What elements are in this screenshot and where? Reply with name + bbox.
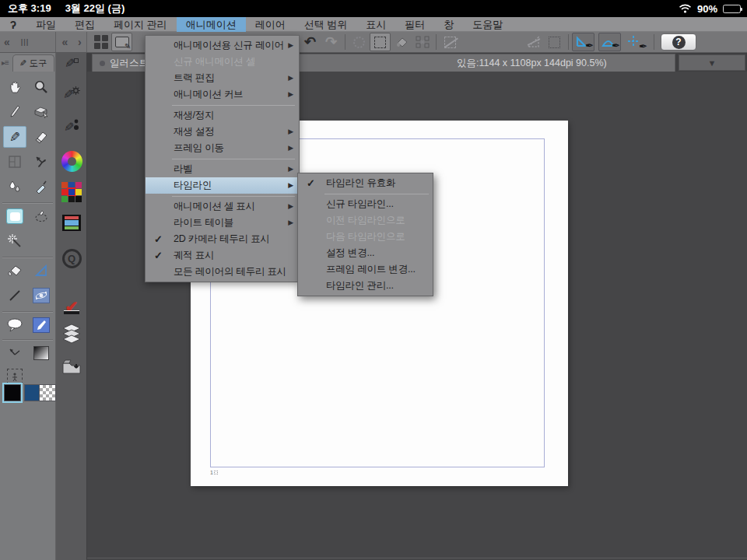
grid-icon — [94, 35, 108, 49]
undo-button[interactable]: ↶ — [300, 33, 321, 51]
menu-view[interactable]: 표시 — [356, 17, 395, 32]
menu-item-show-animation-cel[interactable]: 애니메이션 셀 표시▶ — [146, 198, 299, 215]
line-icon — [7, 288, 23, 303]
menu-item-playback-settings[interactable]: 재생 설정▶ — [146, 124, 299, 140]
tool-line-correction[interactable] — [3, 342, 26, 364]
transform-button[interactable] — [412, 33, 433, 51]
menu-filter[interactable]: 필터 — [395, 17, 434, 32]
menu-item-light-table[interactable]: 라이트 테이블▶ — [146, 215, 299, 231]
dock-tool-property[interactable]: ✎ — [56, 87, 87, 102]
submenu-arrow-icon: ▶ — [288, 70, 293, 86]
tool-eraser[interactable] — [30, 126, 53, 148]
decoration-icon — [33, 288, 50, 303]
dock-timeline-palette[interactable] — [56, 215, 87, 231]
menu-page-manage[interactable]: 페이지 관리 — [104, 17, 177, 32]
tool-fill-bucket[interactable] — [3, 260, 26, 282]
dock-quick-access[interactable]: Q — [56, 249, 87, 268]
tool-lasso[interactable] — [30, 205, 53, 227]
crop-button[interactable] — [523, 33, 544, 51]
menu-layer[interactable]: 레이어 — [246, 17, 295, 32]
help-button[interactable]: ? — [661, 33, 696, 51]
menu-item-go-to-frame[interactable]: 프레임 이동▶ — [146, 140, 299, 156]
dock-material-folder[interactable] — [56, 358, 87, 375]
menu-item-animation-curve[interactable]: 애니메이션 커브▶ — [146, 86, 299, 103]
tool-pan-hand[interactable] — [3, 76, 26, 98]
dock-color-set[interactable] — [56, 182, 87, 202]
submenu-item-change-frame-rate[interactable]: 프레임 레이트 변경... — [298, 261, 433, 278]
tool-frame-border[interactable] — [3, 151, 26, 173]
menu-edit[interactable]: 편집 — [65, 17, 104, 32]
battery-percent: 90% — [697, 3, 717, 15]
cube-cursor-icon — [33, 104, 50, 120]
redo-button[interactable]: ↷ — [321, 33, 342, 51]
tool-straight-line[interactable] — [3, 285, 26, 306]
fill-selection-button[interactable] — [391, 33, 412, 51]
tool-airbrush[interactable] — [30, 176, 53, 198]
menu-help[interactable]: 도움말 — [463, 17, 512, 32]
mesh-icon — [7, 369, 23, 384]
tool-zoom[interactable] — [30, 76, 53, 98]
menu-item-edit-track[interactable]: 트랙 편집▶ — [146, 70, 299, 86]
marquee-icon — [374, 37, 386, 48]
panel-handle-icon[interactable]: ||| — [21, 38, 30, 46]
dock-color-wheel[interactable] — [56, 151, 87, 172]
menu-item-show-2d-camera-border[interactable]: ✓ 2D 카메라 테두리 표시 — [146, 231, 299, 247]
collapse-panel-icon[interactable]: « — [4, 36, 10, 48]
clear-selection-button[interactable] — [440, 33, 461, 51]
marquee-area-icon — [6, 208, 23, 224]
tool-decoration[interactable] — [30, 285, 53, 306]
tool-blend[interactable] — [3, 176, 26, 198]
tool-auto-select[interactable] — [3, 230, 26, 252]
submenu-item-enable-timeline[interactable]: ✓ 타임라인 유효화 — [298, 175, 433, 191]
tool-eyedropper[interactable] — [3, 101, 26, 123]
tool-text[interactable] — [30, 314, 53, 336]
tool-pencil[interactable]: ✎ — [3, 126, 26, 148]
menu-animation[interactable]: 애니메이션 — [177, 17, 246, 32]
deselect-button[interactable] — [349, 33, 370, 51]
dock-layer-palette[interactable] — [56, 324, 87, 344]
tool-operation[interactable] — [30, 101, 53, 123]
tab-tools[interactable]: ✎ 도구 — [12, 54, 54, 72]
app-logo-icon[interactable]: ʔ — [0, 18, 26, 31]
tool-move-layer[interactable] — [30, 151, 53, 173]
transparent-color-swatch[interactable] — [39, 384, 56, 401]
menu-item-play-stop[interactable]: 재생/정지 — [146, 107, 299, 124]
menu-selection[interactable]: 선택 범위 — [295, 17, 357, 32]
workspace-grid-button[interactable] — [90, 33, 111, 51]
submenu-item-manage-timeline[interactable]: 타임라인 관리... — [298, 278, 433, 294]
menu-item-timeline[interactable]: 타임라인▶ — [146, 177, 299, 194]
panel-menu-icon[interactable]: ▸≡ — [2, 58, 9, 67]
move-icon — [33, 154, 49, 170]
tab-list-dropdown-button[interactable]: ▼ — [679, 54, 745, 71]
menu-file[interactable]: 파일 — [26, 17, 65, 32]
menu-item-new-animation-layer[interactable]: 애니메이션용 신규 레이어▶ — [146, 37, 299, 54]
menu-item-show-all-layer-borders[interactable]: 모든 레이어의 테두리 표시 — [146, 264, 299, 280]
select-frame-button[interactable] — [370, 33, 391, 51]
airbrush-icon — [33, 179, 49, 194]
menu-window[interactable]: 창 — [434, 17, 463, 32]
selection-border-button[interactable] — [544, 33, 565, 51]
menu-item-label[interactable]: 라벨▶ — [146, 161, 299, 177]
deselect-icon — [353, 37, 365, 48]
tool-gradation[interactable] — [30, 342, 53, 364]
color-set-icon — [61, 182, 82, 202]
status-bar: 오후 3:19 3월 22일 (금) 90% — [0, 0, 747, 17]
workspace-window-button[interactable] — [111, 33, 132, 51]
color-wheel-icon — [61, 151, 82, 172]
main-color-swatch[interactable] — [4, 384, 21, 401]
dock-sub-tool[interactable]: ✎ — [56, 56, 87, 71]
snap-ruler-button[interactable]: ✒ — [572, 33, 594, 51]
submenu-item-change-settings[interactable]: 설정 변경... — [298, 245, 433, 261]
tool-balloon[interactable] — [3, 314, 26, 336]
dock-brush-detail[interactable]: ✎ — [56, 120, 87, 135]
tool-selection-marquee[interactable] — [3, 205, 26, 227]
menu-item-show-trajectory[interactable]: ✓ 궤적 표시 — [146, 247, 299, 264]
submenu-item-new-timeline[interactable]: 신규 타임라인... — [298, 196, 433, 212]
menu-item-new-animation-cel: 신규 애니메이션 셀 — [146, 54, 299, 70]
expand-strip-icon[interactable]: › — [78, 36, 82, 48]
collapse-strip-icon[interactable]: « — [61, 36, 68, 48]
snap-special-ruler-button[interactable]: ✒ — [598, 33, 621, 51]
tool-ruler[interactable] — [30, 260, 53, 282]
dock-auto-action[interactable]: ✔ — [56, 303, 87, 311]
snap-grid-button[interactable]: ✒ — [625, 33, 647, 51]
